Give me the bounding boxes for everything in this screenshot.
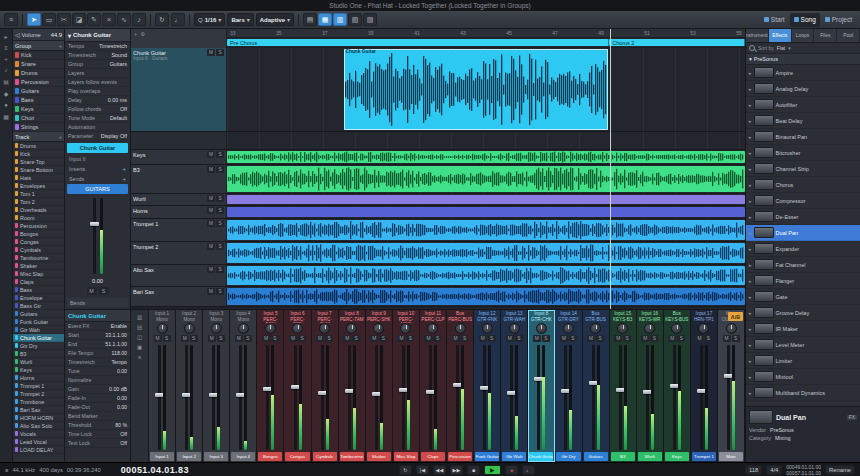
volume-fader[interactable] xyxy=(727,345,730,450)
solo-button[interactable]: S xyxy=(298,335,306,342)
inspector-row[interactable]: Automation xyxy=(65,123,130,132)
quantize-control[interactable]: Q 1/16 ▾ xyxy=(194,13,225,26)
solo-button[interactable]: S xyxy=(677,335,685,342)
plugin-list-item[interactable]: ▸ Compressor xyxy=(746,193,860,209)
channel-name-tag[interactable]: Wurli xyxy=(638,452,662,461)
channel-name-tag[interactable]: Input 4 xyxy=(231,452,255,461)
event-inspector-row[interactable]: Text Lock Off xyxy=(65,439,130,448)
mixer-channel[interactable]: Bus KEYS-BUS M S xyxy=(664,310,691,462)
mixer-channel[interactable]: Input 15 KEYS-B3 M S xyxy=(610,310,637,462)
solo-button[interactable]: S xyxy=(325,335,333,342)
channel-name-tag[interactable]: Gtr Wah xyxy=(502,452,526,461)
mute-button[interactable]: M xyxy=(207,288,215,295)
event-inspector-row[interactable]: Threshold 80 % xyxy=(65,421,130,430)
marker[interactable]: Chorus 2 xyxy=(609,39,745,46)
track-lane[interactable] xyxy=(227,242,745,264)
group-item[interactable]: Guitars xyxy=(13,87,64,96)
channel-name-tag[interactable]: Misc Slap xyxy=(394,452,418,461)
audio-event[interactable] xyxy=(227,166,745,192)
marker-icon[interactable]: ◆ xyxy=(4,90,9,97)
solo-button[interactable]: S xyxy=(190,335,198,342)
track-list-item[interactable]: Snare Top xyxy=(13,158,64,166)
channel-output-chip[interactable]: GUITARS xyxy=(67,184,128,194)
volume-fader[interactable] xyxy=(510,345,513,450)
mixer-channel[interactable]: Input 14 GTR-DRY M S xyxy=(555,310,582,462)
volume-fader[interactable] xyxy=(619,345,622,450)
mixer-channel[interactable]: Input 8 PERC-TAM M S xyxy=(339,310,366,462)
mute-button[interactable]: M xyxy=(641,335,649,342)
event-inspector-row[interactable]: Normalize xyxy=(65,376,130,385)
event-inspector-row[interactable]: Fade-In 0.00 xyxy=(65,394,130,403)
pan-knob[interactable] xyxy=(617,323,628,334)
mute-button[interactable]: M xyxy=(207,151,215,158)
mute-button[interactable]: M xyxy=(343,335,351,342)
channel-name-tag[interactable]: Chunk Guitar xyxy=(529,452,553,461)
plugin-list-item[interactable]: ▸ Limiter xyxy=(746,353,860,369)
solo-button[interactable]: S xyxy=(352,335,360,342)
group-item[interactable]: Strings xyxy=(13,123,64,132)
add-group-icon[interactable]: + xyxy=(59,43,62,49)
volume-fader[interactable] xyxy=(93,198,96,274)
track-list-item[interactable]: Claps xyxy=(13,278,64,286)
group-item[interactable]: Keys xyxy=(13,105,64,114)
track-list-item[interactable]: Congas xyxy=(13,238,64,246)
solo-button[interactable]: S xyxy=(569,335,577,342)
banks-icon[interactable]: ≡ xyxy=(138,354,141,360)
pan-knob[interactable] xyxy=(373,323,384,334)
pan-knob[interactable] xyxy=(184,323,195,334)
channel-name-tag[interactable]: B3 xyxy=(611,452,635,461)
mute-button[interactable]: M xyxy=(207,220,215,227)
track-lane[interactable] xyxy=(227,132,745,149)
mute-button[interactable]: M xyxy=(370,335,378,342)
volume-fader[interactable] xyxy=(375,345,378,450)
event-inspector-row[interactable]: End 51.1.1.00 xyxy=(65,340,130,349)
solo-button[interactable]: S xyxy=(732,335,740,342)
solo-button[interactable]: S xyxy=(271,335,279,342)
solo-button[interactable]: S xyxy=(488,335,496,342)
track-list-item[interactable]: Gtr Wah xyxy=(13,326,64,334)
mixer-channel[interactable]: Main OUT 1+2 M S xyxy=(718,310,745,462)
channel-name-tag[interactable]: Congas xyxy=(285,452,309,461)
track-header[interactable]: Trompet 2 M S xyxy=(131,242,227,264)
pan-knob[interactable] xyxy=(698,323,709,334)
track-lane[interactable] xyxy=(227,194,745,205)
event-inspector-row[interactable]: Fade-Out 0.00 xyxy=(65,403,130,412)
sort-value[interactable]: Flat xyxy=(777,45,785,51)
layers-icon[interactable]: ▤ xyxy=(3,78,9,85)
track-list-item[interactable]: Trompet 2 xyxy=(13,390,64,398)
add-track-icon[interactable]: + xyxy=(4,56,8,62)
volume-fader[interactable] xyxy=(348,345,351,450)
channel-name-tag[interactable]: Keys xyxy=(665,452,689,461)
pan-knob[interactable] xyxy=(482,323,493,334)
track-header[interactable]: Chunk Guitar M S Input 8 · Guitars xyxy=(131,48,227,131)
mute-button[interactable]: M xyxy=(452,335,460,342)
pan-knob[interactable] xyxy=(400,323,411,334)
mixer-channel[interactable]: Input 16 KEYS-WR M S xyxy=(637,310,664,462)
solo-button[interactable]: S xyxy=(216,49,224,56)
marker[interactable]: Pre Chorus xyxy=(227,39,609,46)
volume-fader[interactable] xyxy=(266,345,269,450)
pan-knob[interactable] xyxy=(346,323,357,334)
menu-icon[interactable]: ≡ xyxy=(4,13,18,26)
pan-knob[interactable] xyxy=(455,323,466,334)
tool-button[interactable]: ♪ xyxy=(132,13,146,26)
track-lane[interactable] xyxy=(227,265,745,286)
plugin-list-item[interactable]: ▸ Expander xyxy=(746,241,860,257)
mute-button[interactable]: M xyxy=(668,335,676,342)
event-inspector-row[interactable]: Start 33.1.1.00 xyxy=(65,331,130,340)
mute-button[interactable]: M xyxy=(207,243,215,250)
mixer-channel[interactable]: Input 9 PERC-SHK M S xyxy=(366,310,393,462)
channel-name-tag[interactable]: Tambourine xyxy=(340,452,364,461)
pan-knob[interactable] xyxy=(536,323,547,334)
metronome-button[interactable]: ♩ xyxy=(522,465,535,475)
track-header[interactable]: Trompet 1 M S xyxy=(131,219,227,241)
track-list-item[interactable]: Bongos xyxy=(13,230,64,238)
audio-event[interactable] xyxy=(227,220,745,240)
track-list-item[interactable]: Cymbals xyxy=(13,246,64,254)
audio-event[interactable] xyxy=(227,151,745,163)
browser-tab[interactable]: Loops xyxy=(792,29,815,42)
add-send-icon[interactable]: + xyxy=(123,176,126,182)
volume-fader[interactable] xyxy=(483,345,486,450)
group-item[interactable]: Choir xyxy=(13,114,64,123)
marker-lane[interactable]: Pre ChorusChorus 2 xyxy=(227,38,745,48)
